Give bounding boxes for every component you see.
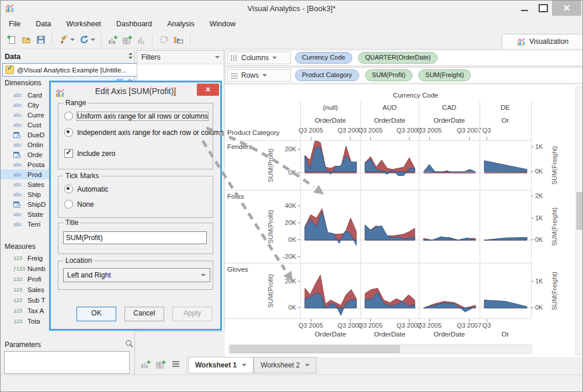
y-tick-mark [531, 281, 534, 282]
chart-cell[interactable] [419, 263, 480, 318]
pill-sum-profit-[interactable]: SUM(Profit) [365, 70, 412, 81]
area-chart [301, 263, 360, 318]
chart-cell[interactable] [301, 141, 360, 190]
facet-col-label: AUD [360, 104, 419, 111]
title-bar: Visual Analytics - [Book3]* ✕ [1, 1, 582, 17]
field-label: Terri [27, 221, 40, 228]
y-tick-label-left: -20K [277, 253, 296, 260]
axis-title-input[interactable] [63, 231, 207, 244]
radio-automatic[interactable]: Automatic [64, 185, 108, 193]
clear-sheet-button[interactable] [158, 34, 169, 45]
menu-worksheet[interactable]: Worksheet [67, 20, 102, 28]
ok-button[interactable]: OK [77, 307, 116, 321]
x-axis-field-top: OrderDate [360, 117, 419, 124]
menu-analysis[interactable]: Analysis [167, 20, 195, 28]
field-label: Cust [27, 122, 41, 129]
open-button[interactable] [21, 34, 32, 45]
rows-grip-icon [231, 72, 238, 79]
format-button[interactable] [173, 34, 184, 45]
minimize-button[interactable] [517, 1, 532, 16]
tab-worksheet-2[interactable]: Worksheet 2 [254, 357, 317, 373]
x-axis-field-bottom: OrderDate [360, 331, 419, 338]
parameters-list[interactable] [4, 351, 130, 374]
chart-cell[interactable] [419, 190, 480, 263]
columns-shelf-label[interactable]: Columns [227, 51, 291, 64]
menu-window[interactable]: Window [210, 20, 235, 28]
x-tick-label-bottom: Q3 2005 [413, 322, 446, 329]
sheet-list-button[interactable] [171, 360, 181, 370]
datasource-item[interactable]: @Visual Analytics Example [Untitle... [2, 63, 137, 77]
left-axis-title-text[interactable]: SUM(Profit) [267, 148, 274, 182]
chart-cell[interactable] [301, 263, 360, 318]
apply-button[interactable]: Apply [172, 307, 212, 321]
sort-fields-icon[interactable] [127, 52, 134, 61]
date-icon [13, 201, 25, 208]
field-label: Numb [27, 265, 46, 272]
rows-shelf-label[interactable]: Rows [227, 69, 291, 82]
pill-currency-code[interactable]: Currency Code [295, 52, 352, 64]
new-worksheet-tab-button[interactable] [141, 359, 151, 372]
left-axis-title: SUM(Profit) [266, 190, 275, 263]
radio-uniform-axis[interactable]: Uniform axis range for all rows or colum… [64, 112, 208, 120]
cancel-button[interactable]: Cancel [124, 307, 164, 321]
new-dashboard-tab-button[interactable] [156, 359, 166, 372]
close-button[interactable]: ✕ [552, 1, 581, 16]
area-chart [361, 263, 419, 318]
radio-independent-axis[interactable]: Independent axis range for each row or c… [64, 128, 224, 137]
location-group-label: Location [63, 256, 94, 265]
dialog-close-button[interactable]: × [197, 84, 219, 96]
field-label: ShipD [27, 201, 46, 208]
chart-cell[interactable] [361, 190, 419, 263]
tab-visualization[interactable]: Visualization [502, 34, 583, 48]
tick-marks-group-label: Tick Marks [63, 172, 102, 180]
dialog-title-bar[interactable]: Edit Axis [SUM(Profit)] × [51, 82, 220, 99]
menu-data[interactable]: Data [36, 20, 51, 28]
save-button[interactable] [36, 34, 46, 45]
vertical-scrollbar[interactable] [575, 86, 583, 355]
y-tick-mark [297, 256, 300, 257]
chart-cell[interactable] [480, 141, 531, 190]
new-dashboard-button[interactable] [122, 34, 133, 45]
pill-quarter-orderdate-[interactable]: QUARTER(OrderDate) [358, 52, 438, 64]
field-label: Profi [27, 276, 41, 283]
refresh-button[interactable] [79, 34, 95, 45]
datasource-icon [5, 65, 14, 74]
pill-product-category[interactable]: Product Category [295, 70, 359, 81]
pill-sum-freight-[interactable]: SUM(Freight) [418, 70, 471, 81]
field-label: Prod [27, 171, 41, 178]
parameters-title: Parameters [5, 341, 41, 349]
chart-cell[interactable] [301, 190, 360, 263]
chart-cell[interactable] [361, 141, 419, 190]
new-workbook-button[interactable] [6, 34, 17, 45]
chart-cell[interactable] [480, 263, 531, 318]
checkbox-include-zero[interactable]: Include zero [64, 149, 115, 158]
location-select[interactable]: Left and Right [63, 268, 210, 282]
left-axis-title-text[interactable]: SUM(Profit) [267, 210, 274, 243]
tab-worksheet-1[interactable]: Worksheet 1 [188, 357, 254, 373]
tab-label: Worksheet 1 [195, 361, 237, 369]
tab-label: Worksheet 2 [261, 361, 300, 369]
chart-cell[interactable] [361, 263, 419, 318]
area-chart [480, 263, 531, 318]
filters-header[interactable]: Filters [137, 51, 224, 64]
menu-dashboard[interactable]: Dashboard [116, 20, 152, 28]
menu-file[interactable]: File [9, 20, 20, 28]
search-icon[interactable] [125, 339, 134, 350]
maximize-button[interactable] [536, 1, 551, 16]
y-tick-label-left: 0K [277, 236, 296, 243]
vertical-scrollbar-thumb[interactable] [577, 192, 583, 230]
left-axis-title-text[interactable]: SUM(Profit) [267, 274, 274, 307]
connect-data-button[interactable] [58, 34, 75, 45]
chart-cell[interactable] [480, 190, 531, 263]
horizontal-scrollbar-thumb[interactable] [230, 345, 400, 353]
chart-cell[interactable] [419, 141, 480, 190]
facet-rows-title: Product Category [227, 129, 280, 136]
menu-bar: FileDataWorksheetDashboardAnalysisWindow [1, 17, 583, 31]
new-story-button[interactable] [137, 34, 146, 45]
number-icon: 123 [13, 255, 25, 261]
right-axis-title-text[interactable]: SUM(Freight) [551, 145, 558, 184]
horizontal-scrollbar[interactable] [228, 344, 532, 354]
abc-icon: abc [13, 92, 25, 98]
radio-none[interactable]: None [64, 200, 94, 209]
new-worksheet-button[interactable] [107, 34, 118, 45]
